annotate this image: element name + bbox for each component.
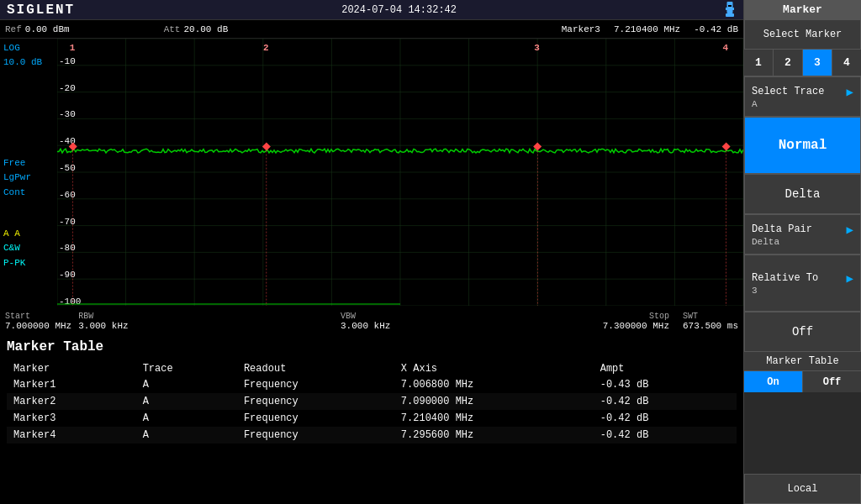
marker-4-button[interactable]: 4 <box>832 50 861 76</box>
frequency-bar: Start 7.000000 MHz RBW 3.000 kHz VBW 3.0… <box>0 306 743 336</box>
app-logo: SIGLENT <box>7 3 75 18</box>
col-trace: Trace <box>136 361 237 376</box>
svg-rect-4 <box>732 8 734 10</box>
relative-to-value: 3 <box>752 286 758 296</box>
on-off-row: On Off <box>744 371 861 392</box>
select-trace-arrow: ▶ <box>847 85 853 99</box>
col-readout: Readout <box>237 361 394 376</box>
local-button[interactable]: Local <box>744 474 861 504</box>
usb-icon <box>723 2 737 18</box>
marker-freq: 7.210400 MHz <box>614 24 680 34</box>
svg-rect-2 <box>728 5 732 7</box>
off2-button[interactable]: Off <box>802 371 861 392</box>
rbw: RBW 3.000 kHz <box>78 312 128 331</box>
marker-readout: Marker3 7.210400 MHz -0.42 dB <box>562 24 738 34</box>
col-ampt: Ampt <box>594 361 737 376</box>
cont-label: Cont <box>3 186 54 199</box>
marker-1-button[interactable]: 1 <box>744 50 774 76</box>
spectrum-canvas <box>57 39 743 306</box>
marker-3-button[interactable]: 3 <box>803 50 832 76</box>
ppk-label: P-PK <box>3 257 54 270</box>
col-marker: Marker <box>7 361 136 376</box>
att-label: Att <box>164 24 181 34</box>
log-level: 10.0 dB <box>3 56 54 69</box>
log-label: LOG <box>3 42 54 55</box>
free-label: Free <box>3 157 54 170</box>
cell-marker: Marker2 <box>7 393 136 410</box>
delta-pair-value: Delta <box>752 237 779 247</box>
marker-table-area: Marker Table Marker Trace Readout X Axis… <box>0 336 743 504</box>
svg-rect-1 <box>726 13 734 17</box>
cell-x_axis: 7.295600 MHz <box>394 427 594 444</box>
cell-ampt: -0.43 dB <box>594 376 737 393</box>
cell-ampt: -0.42 dB <box>594 410 737 427</box>
table-header: Marker Trace Readout X Axis Ampt <box>7 361 737 376</box>
relative-to-arrow: ▶ <box>847 271 853 286</box>
cell-x_axis: 7.090000 MHz <box>394 393 594 410</box>
side-labels: LOG 10.0 dB Free LgPwr Cont A A C&W P-PK <box>0 39 57 306</box>
delta-pair-button[interactable]: Delta Pair ▶ Delta <box>744 214 861 255</box>
cw-label: C&W <box>3 242 54 255</box>
cell-trace: A <box>136 376 237 393</box>
marker-table-toggle-area: Marker Table On Off <box>744 352 861 392</box>
marker-2-button[interactable]: 2 <box>774 50 803 76</box>
ref-label: Ref <box>5 24 22 34</box>
table-row: Marker4AFrequency7.295600 MHz-0.42 dB <box>7 427 737 444</box>
spectrum-chart <box>57 39 743 306</box>
cell-trace: A <box>136 410 237 427</box>
trace-label: A A <box>3 228 54 240</box>
cell-ampt: -0.42 dB <box>594 427 737 444</box>
marker-data-table: Marker Trace Readout X Axis Ampt Marker1… <box>7 361 737 444</box>
normal-button[interactable]: Normal <box>744 117 861 174</box>
cell-x_axis: 7.210400 MHz <box>394 410 594 427</box>
table-row: Marker3AFrequency7.210400 MHz-0.42 dB <box>7 410 737 427</box>
cell-trace: A <box>136 393 237 410</box>
right-panel: Marker Select Marker 1 2 3 4 Select Trac… <box>743 0 861 504</box>
off-button[interactable]: Off <box>744 312 861 352</box>
cell-marker: Marker4 <box>7 427 136 444</box>
panel-title: Marker <box>744 0 861 19</box>
on-button[interactable]: On <box>744 371 802 392</box>
marker-number-selector: 1 2 3 4 <box>744 50 861 76</box>
select-marker-button[interactable]: Select Marker <box>744 19 861 50</box>
cell-readout: Frequency <box>237 427 394 444</box>
svg-rect-0 <box>727 2 732 13</box>
vbw: VBW 3.000 kHz <box>129 312 603 331</box>
cell-marker: Marker1 <box>7 376 136 393</box>
ref-value: 0.00 dBm <box>25 24 70 34</box>
table-row: Marker2AFrequency7.090000 MHz-0.42 dB <box>7 393 737 410</box>
stop-freq: Stop 7.300000 MHz <box>603 312 669 331</box>
marker-name: Marker3 <box>562 24 600 34</box>
select-trace-value: A <box>752 99 758 109</box>
svg-rect-3 <box>726 8 727 10</box>
datetime-display: 2024-07-04 14:32:42 <box>341 4 457 16</box>
delta-button[interactable]: Delta <box>744 174 861 214</box>
start-freq: Start 7.000000 MHz <box>5 312 71 331</box>
table-row: Marker1AFrequency7.006800 MHz-0.43 dB <box>7 376 737 393</box>
measurement-bar: Ref 0.00 dBm Att 20.00 dB Marker3 7.2104… <box>0 20 743 39</box>
top-bar: SIGLENT 2024-07-04 14:32:42 <box>0 0 743 20</box>
cell-readout: Frequency <box>237 410 394 427</box>
cell-trace: A <box>136 427 237 444</box>
att-value: 20.00 dB <box>183 24 228 34</box>
relative-to-button[interactable]: Relative To ▶ 3 <box>744 255 861 312</box>
marker-table-toggle-label: Marker Table <box>744 352 861 371</box>
lgpwr-label: LgPwr <box>3 171 54 184</box>
cell-readout: Frequency <box>237 376 394 393</box>
cell-marker: Marker3 <box>7 410 136 427</box>
marker-ampt: -0.42 dB <box>694 24 738 34</box>
cell-readout: Frequency <box>237 393 394 410</box>
marker-table-title: Marker Table <box>7 339 737 354</box>
select-trace-button[interactable]: Select Trace ▶ A <box>744 76 861 117</box>
swt: SWT 673.500 ms <box>683 312 738 331</box>
col-xaxis: X Axis <box>394 361 594 376</box>
cell-x_axis: 7.006800 MHz <box>394 376 594 393</box>
cell-ampt: -0.42 dB <box>594 393 737 410</box>
delta-pair-arrow: ▶ <box>847 223 853 237</box>
table-body: Marker1AFrequency7.006800 MHz-0.43 dBMar… <box>7 376 737 444</box>
